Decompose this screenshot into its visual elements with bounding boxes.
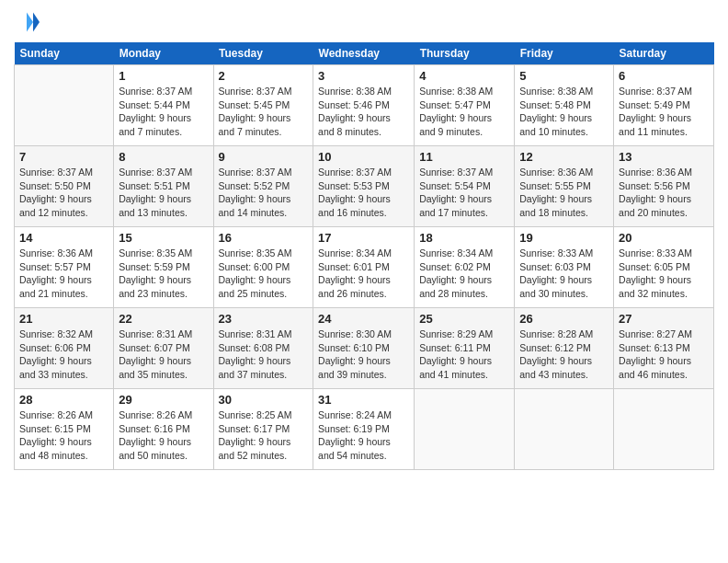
calendar-cell: 11Sunrise: 8:37 AMSunset: 5:54 PMDayligh… [415,146,515,227]
calendar-cell: 3Sunrise: 8:38 AMSunset: 5:46 PMDaylight… [313,65,415,146]
calendar-cell: 26Sunrise: 8:28 AMSunset: 6:12 PMDayligh… [515,308,614,389]
svg-marker-1 [27,13,33,32]
day-info: Sunrise: 8:24 AMSunset: 6:19 PMDaylight:… [318,408,409,463]
day-info: Sunrise: 8:37 AMSunset: 5:54 PMDaylight:… [419,166,509,220]
day-number: 15 [119,231,208,245]
calendar-cell [415,389,515,470]
day-number: 3 [318,69,409,83]
day-info: Sunrise: 8:36 AMSunset: 5:55 PMDaylight:… [519,166,609,220]
calendar-cell: 19Sunrise: 8:33 AMSunset: 6:03 PMDayligh… [515,227,614,308]
calendar-cell: 13Sunrise: 8:36 AMSunset: 5:56 PMDayligh… [614,146,714,227]
calendar-cell: 25Sunrise: 8:29 AMSunset: 6:11 PMDayligh… [415,308,515,389]
calendar-header-monday: Monday [114,42,213,65]
day-number: 30 [219,393,309,407]
calendar-cell: 16Sunrise: 8:35 AMSunset: 6:00 PMDayligh… [213,227,313,308]
day-number: 9 [219,150,309,164]
calendar-cell: 7Sunrise: 8:37 AMSunset: 5:50 PMDaylight… [15,146,114,227]
day-number: 18 [419,231,509,245]
day-number: 23 [219,312,309,326]
header [14,9,714,35]
day-number: 10 [318,150,409,164]
calendar-cell: 17Sunrise: 8:34 AMSunset: 6:01 PMDayligh… [313,227,415,308]
day-info: Sunrise: 8:37 AMSunset: 5:50 PMDaylight:… [19,166,108,220]
day-number: 16 [219,231,309,245]
day-number: 4 [419,69,509,83]
day-info: Sunrise: 8:33 AMSunset: 6:05 PMDaylight:… [619,247,709,301]
calendar-header-sunday: Sunday [15,42,114,65]
day-info: Sunrise: 8:31 AMSunset: 6:07 PMDaylight:… [119,327,208,382]
calendar-header-tuesday: Tuesday [213,42,313,65]
day-info: Sunrise: 8:37 AMSunset: 5:53 PMDaylight:… [318,166,409,220]
calendar-header-friday: Friday [515,42,614,65]
day-info: Sunrise: 8:31 AMSunset: 6:08 PMDaylight:… [219,327,309,382]
day-info: Sunrise: 8:32 AMSunset: 6:06 PMDaylight:… [19,327,108,382]
calendar-table: SundayMondayTuesdayWednesdayThursdayFrid… [14,42,714,470]
calendar-header-saturday: Saturday [614,42,714,65]
day-number: 31 [318,393,409,407]
calendar-cell: 10Sunrise: 8:37 AMSunset: 5:53 PMDayligh… [313,146,415,227]
day-info: Sunrise: 8:36 AMSunset: 5:57 PMDaylight:… [19,247,108,301]
calendar-cell: 5Sunrise: 8:38 AMSunset: 5:48 PMDaylight… [515,65,614,146]
page-container: SundayMondayTuesdayWednesdayThursdayFrid… [0,0,728,479]
day-info: Sunrise: 8:38 AMSunset: 5:46 PMDaylight:… [318,85,409,139]
calendar-cell: 4Sunrise: 8:38 AMSunset: 5:47 PMDaylight… [415,65,515,146]
calendar-cell: 29Sunrise: 8:26 AMSunset: 6:16 PMDayligh… [114,389,213,470]
day-number: 14 [19,231,108,245]
calendar-cell: 9Sunrise: 8:37 AMSunset: 5:52 PMDaylight… [213,146,313,227]
day-info: Sunrise: 8:35 AMSunset: 5:59 PMDaylight:… [119,247,208,301]
day-number: 1 [119,69,208,83]
day-number: 6 [619,69,709,83]
day-number: 20 [619,231,709,245]
calendar-cell: 20Sunrise: 8:33 AMSunset: 6:05 PMDayligh… [614,227,714,308]
day-info: Sunrise: 8:38 AMSunset: 5:47 PMDaylight:… [419,85,509,139]
day-info: Sunrise: 8:37 AMSunset: 5:52 PMDaylight:… [219,166,309,220]
day-info: Sunrise: 8:35 AMSunset: 6:00 PMDaylight:… [219,247,309,301]
day-number: 12 [519,150,609,164]
day-info: Sunrise: 8:25 AMSunset: 6:17 PMDaylight:… [219,408,309,463]
day-info: Sunrise: 8:29 AMSunset: 6:11 PMDaylight:… [419,327,509,382]
day-info: Sunrise: 8:38 AMSunset: 5:48 PMDaylight:… [519,85,609,139]
calendar-cell: 30Sunrise: 8:25 AMSunset: 6:17 PMDayligh… [213,389,313,470]
day-number: 29 [119,393,208,407]
calendar-cell: 2Sunrise: 8:37 AMSunset: 5:45 PMDaylight… [213,65,313,146]
day-number: 26 [519,312,609,326]
calendar-cell: 15Sunrise: 8:35 AMSunset: 5:59 PMDayligh… [114,227,213,308]
logo [14,9,43,35]
day-info: Sunrise: 8:37 AMSunset: 5:49 PMDaylight:… [619,85,709,139]
calendar-cell: 12Sunrise: 8:36 AMSunset: 5:55 PMDayligh… [515,146,614,227]
calendar-cell: 1Sunrise: 8:37 AMSunset: 5:44 PMDaylight… [114,65,213,146]
day-info: Sunrise: 8:37 AMSunset: 5:44 PMDaylight:… [119,85,208,139]
calendar-cell: 22Sunrise: 8:31 AMSunset: 6:07 PMDayligh… [114,308,213,389]
day-number: 25 [419,312,509,326]
day-number: 17 [318,231,409,245]
day-info: Sunrise: 8:28 AMSunset: 6:12 PMDaylight:… [519,327,609,382]
calendar-header-wednesday: Wednesday [313,42,415,65]
calendar-cell: 6Sunrise: 8:37 AMSunset: 5:49 PMDaylight… [614,65,714,146]
logo-icon [14,9,40,35]
day-number: 2 [219,69,309,83]
day-number: 5 [519,69,609,83]
day-number: 22 [119,312,208,326]
calendar-cell: 24Sunrise: 8:30 AMSunset: 6:10 PMDayligh… [313,308,415,389]
calendar-cell: 18Sunrise: 8:34 AMSunset: 6:02 PMDayligh… [415,227,515,308]
calendar-week-5: 28Sunrise: 8:26 AMSunset: 6:15 PMDayligh… [15,389,714,470]
day-info: Sunrise: 8:33 AMSunset: 6:03 PMDaylight:… [519,247,609,301]
calendar-cell [614,389,714,470]
day-number: 11 [419,150,509,164]
calendar-week-1: 1Sunrise: 8:37 AMSunset: 5:44 PMDaylight… [15,65,714,146]
day-number: 28 [19,393,108,407]
day-info: Sunrise: 8:34 AMSunset: 6:02 PMDaylight:… [419,247,509,301]
calendar-cell: 27Sunrise: 8:27 AMSunset: 6:13 PMDayligh… [614,308,714,389]
calendar-week-2: 7Sunrise: 8:37 AMSunset: 5:50 PMDaylight… [15,146,714,227]
day-info: Sunrise: 8:37 AMSunset: 5:45 PMDaylight:… [219,85,309,139]
day-number: 21 [19,312,108,326]
day-info: Sunrise: 8:30 AMSunset: 6:10 PMDaylight:… [318,327,409,382]
day-info: Sunrise: 8:26 AMSunset: 6:16 PMDaylight:… [119,408,208,463]
calendar-cell [515,389,614,470]
svg-marker-0 [33,13,40,32]
day-info: Sunrise: 8:27 AMSunset: 6:13 PMDaylight:… [619,327,709,382]
day-number: 7 [19,150,108,164]
day-number: 8 [119,150,208,164]
day-number: 27 [619,312,709,326]
calendar-header-thursday: Thursday [415,42,515,65]
